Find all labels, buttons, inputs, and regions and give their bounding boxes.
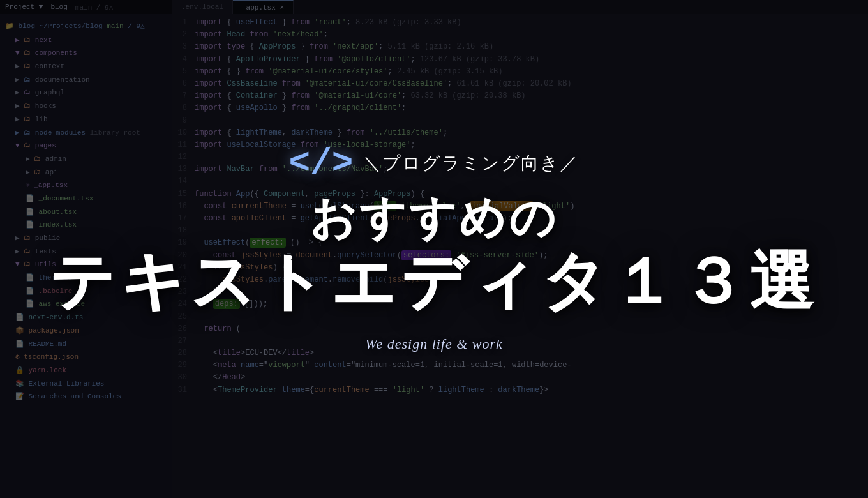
tagline: We design life & work [365, 336, 503, 352]
main-container: Project ▼ blog main / 9△ Add Configurati… [0, 0, 868, 498]
main-title-line1: おすすめの [310, 192, 558, 245]
subtitle-text: ＼プログラミング向き／ [363, 151, 579, 176]
main-title-line2: テキストエディタ１３選 [50, 245, 818, 318]
content-overlay: </> ＼プログラミング向き／ おすすめの テキストエディタ１３選 We des… [0, 0, 868, 498]
code-icon: </> [289, 146, 354, 181]
subtitle-line: </> ＼プログラミング向き／ [289, 146, 580, 181]
